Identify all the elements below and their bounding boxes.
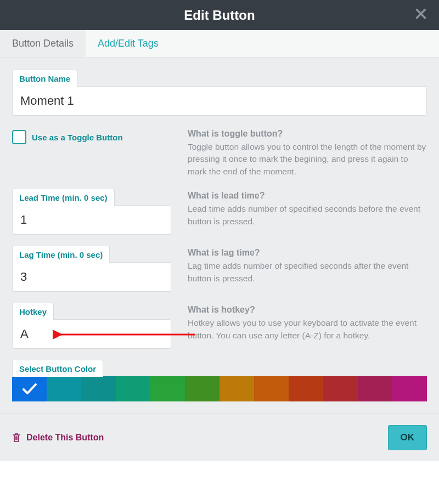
color-swatch-4[interactable] xyxy=(150,376,185,401)
color-swatch-5[interactable] xyxy=(185,376,219,401)
toggle-help-title: What is toggle button? xyxy=(188,129,427,139)
hotkey-row: Hotkey What is hotkey? Hotkey allows you… xyxy=(12,303,427,349)
color-swatch-9[interactable] xyxy=(323,376,358,401)
button-name-input[interactable] xyxy=(12,86,427,116)
close-icon xyxy=(415,8,427,20)
delete-button[interactable]: Delete This Button xyxy=(12,433,104,443)
close-button[interactable] xyxy=(415,8,427,20)
color-section: Select Button Color xyxy=(12,360,427,401)
trash-icon xyxy=(12,433,21,443)
lead-time-label: Lead Time (min. 0 sec) xyxy=(12,189,115,206)
check-icon xyxy=(22,383,37,395)
color-row xyxy=(12,376,427,401)
content: Button Name Use as a Toggle Button What … xyxy=(0,58,439,414)
color-swatch-8[interactable] xyxy=(289,376,323,401)
color-swatch-10[interactable] xyxy=(358,376,392,401)
lag-help-text: Lag time adds number of specified second… xyxy=(188,260,427,285)
color-swatch-3[interactable] xyxy=(116,376,150,401)
color-swatch-1[interactable] xyxy=(47,376,81,401)
modal-title: Edit Button xyxy=(184,8,255,23)
tab-button-details[interactable]: Button Details xyxy=(0,30,86,57)
color-swatch-7[interactable] xyxy=(254,376,289,401)
hotkey-help-text: Hotkey allows you to use your keyboard t… xyxy=(188,317,427,342)
toggle-checkbox-label: Use as a Toggle Button xyxy=(32,133,123,142)
lead-time-row: Lead Time (min. 0 sec) What is lead time… xyxy=(12,189,427,235)
modal-header: Edit Button xyxy=(0,0,439,30)
lag-time-row: Lag Time (min. 0 sec) What is lag time? … xyxy=(12,246,427,292)
delete-button-label: Delete This Button xyxy=(26,433,104,443)
color-swatch-2[interactable] xyxy=(81,376,116,401)
color-swatch-6[interactable] xyxy=(219,376,254,401)
toggle-checkbox[interactable] xyxy=(12,130,26,144)
lead-help-title: What is lead time? xyxy=(188,191,427,201)
footer: Delete This Button OK xyxy=(0,414,439,461)
lag-time-input[interactable] xyxy=(12,262,171,292)
lead-time-input[interactable] xyxy=(12,205,171,235)
lag-help-title: What is lag time? xyxy=(188,248,427,258)
ok-button[interactable]: OK xyxy=(388,425,427,450)
toggle-row: Use as a Toggle Button What is toggle bu… xyxy=(12,127,427,178)
button-name-group: Button Name xyxy=(12,70,427,116)
select-color-label: Select Button Color xyxy=(12,360,103,377)
lead-help-text: Lead time adds number of specified secon… xyxy=(188,203,427,228)
toggle-help-text: Toggle button allows you to control the … xyxy=(188,141,427,178)
lag-time-label: Lag Time (min. 0 sec) xyxy=(12,246,110,263)
color-swatch-0[interactable] xyxy=(12,376,47,401)
hotkey-label: Hotkey xyxy=(12,303,54,320)
color-swatch-11[interactable] xyxy=(392,376,427,401)
hotkey-help-title: What is hotkey? xyxy=(188,305,427,315)
modal-body: Button Details Add/Edit Tags Button Name… xyxy=(0,30,439,414)
hotkey-input[interactable] xyxy=(12,319,171,349)
button-name-label: Button Name xyxy=(12,70,77,87)
tabs: Button Details Add/Edit Tags xyxy=(0,30,439,58)
tab-add-edit-tags[interactable]: Add/Edit Tags xyxy=(86,30,171,57)
